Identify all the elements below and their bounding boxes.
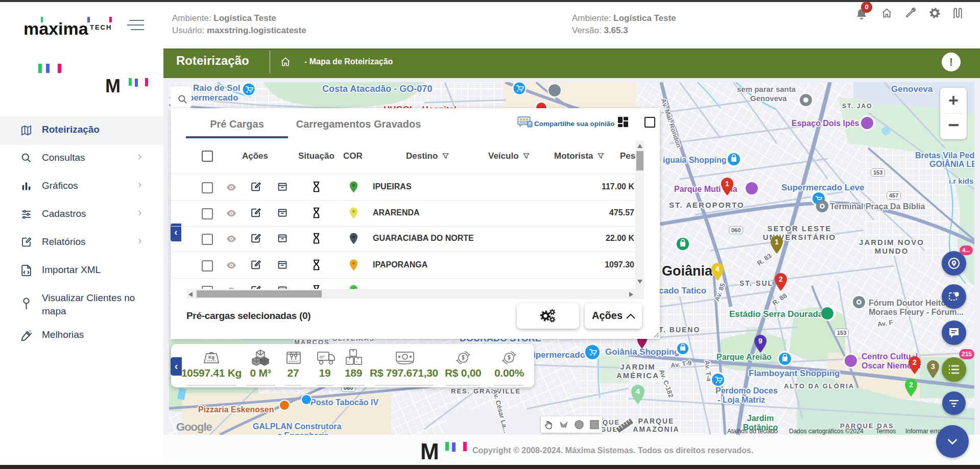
svg-text:2: 2 xyxy=(913,358,917,366)
svg-text:9: 9 xyxy=(758,337,762,345)
svg-text:1: 1 xyxy=(775,238,779,246)
svg-text:4: 4 xyxy=(715,265,720,273)
svg-text:2: 2 xyxy=(909,381,913,389)
svg-text:1: 1 xyxy=(725,180,729,188)
svg-text:4: 4 xyxy=(636,387,640,396)
svg-text:Kg: Kg xyxy=(208,355,214,360)
svg-text:2: 2 xyxy=(779,275,783,283)
svg-text:3: 3 xyxy=(931,362,935,371)
